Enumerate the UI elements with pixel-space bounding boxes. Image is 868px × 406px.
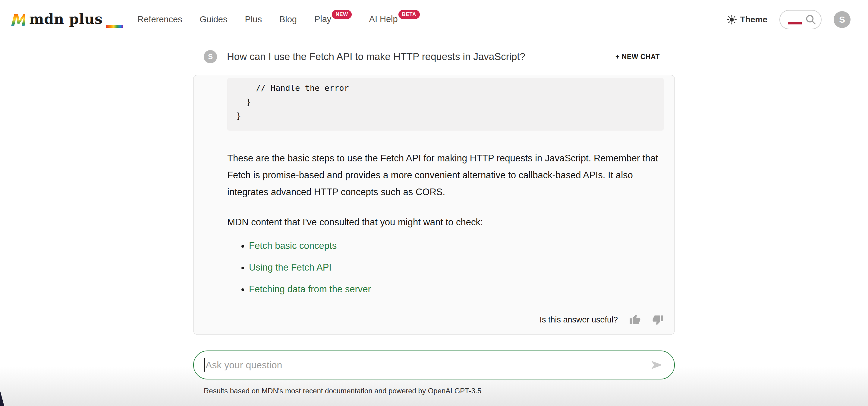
brand-wordmark: mdn plus: [29, 11, 102, 27]
new-badge: NEW: [332, 10, 351, 19]
chat-question-title: How can I use the Fetch API to make HTTP…: [227, 51, 615, 62]
nav-item-plus[interactable]: Plus: [245, 14, 261, 24]
sun-icon: [727, 15, 737, 24]
nav-menu: References Guides Plus Blog PlayNEW AI H…: [137, 14, 420, 25]
search-icon: [805, 14, 816, 25]
send-button[interactable]: [650, 358, 664, 372]
source-link-fetching-data-from-the-server[interactable]: Fetching data from the server: [249, 284, 371, 294]
theme-toggle-button[interactable]: Theme: [727, 15, 767, 24]
results-disclaimer: Results based on MDN's most recent docum…: [204, 387, 675, 395]
question-composer: [193, 350, 675, 379]
nav-item-blog[interactable]: Blog: [279, 14, 297, 24]
user-avatar[interactable]: S: [834, 11, 850, 28]
mdn-plus-logo[interactable]: M mdn plus: [9, 11, 123, 28]
new-chat-button[interactable]: + NEW CHAT: [615, 53, 660, 61]
thumb-up-icon: [629, 314, 641, 325]
nav-item-play[interactable]: PlayNEW: [314, 14, 352, 25]
source-list-item: Fetch basic concepts: [249, 237, 664, 254]
source-list-item: Using the Fetch API: [249, 259, 664, 276]
code-block[interactable]: // Handle the error } }: [227, 78, 664, 130]
nav-item-guides[interactable]: Guides: [200, 14, 227, 24]
rainbow-underscore: [106, 25, 123, 28]
thumbs-up-button[interactable]: [629, 314, 641, 325]
nav-item-ai-help[interactable]: AI HelpBETA: [369, 14, 420, 25]
question-avatar: S: [204, 50, 217, 63]
source-list-item: Fetching data from the server: [249, 281, 664, 298]
feedback-row: Is this answer useful?: [227, 314, 664, 325]
svg-text:M: M: [10, 11, 25, 28]
ai-help-main: S How can I use the Fetch API to make HT…: [193, 39, 675, 395]
thumbs-down-button[interactable]: [652, 314, 664, 325]
search-cursor-underscore: [788, 22, 802, 24]
source-link-fetch-basic-concepts[interactable]: Fetch basic concepts: [249, 240, 337, 251]
theme-label: Theme: [740, 15, 767, 24]
navbar-right-group: Theme S: [727, 10, 850, 29]
send-icon: [650, 358, 664, 372]
search-input[interactable]: [779, 10, 822, 29]
feedback-question: Is this answer useful?: [539, 315, 618, 324]
top-navbar: M mdn plus References Guides Plus Blog P…: [0, 0, 868, 39]
mdn-logo-m-icon: M: [9, 11, 25, 28]
chat-header: S How can I use the Fetch API to make HT…: [193, 50, 675, 63]
answer-paragraph: These are the basic steps to use the Fet…: [227, 150, 664, 201]
sources-list: Fetch basic concepts Using the Fetch API…: [227, 237, 664, 298]
answer-card: // Handle the error } } These are the ba…: [193, 75, 675, 335]
source-link-using-the-fetch-api[interactable]: Using the Fetch API: [249, 262, 332, 273]
thumb-down-icon: [652, 314, 664, 325]
sources-intro: MDN content that I've consulted that you…: [227, 214, 664, 231]
nav-item-references[interactable]: References: [137, 14, 182, 24]
beta-badge: BETA: [398, 10, 420, 19]
ask-question-input[interactable]: [205, 359, 650, 371]
